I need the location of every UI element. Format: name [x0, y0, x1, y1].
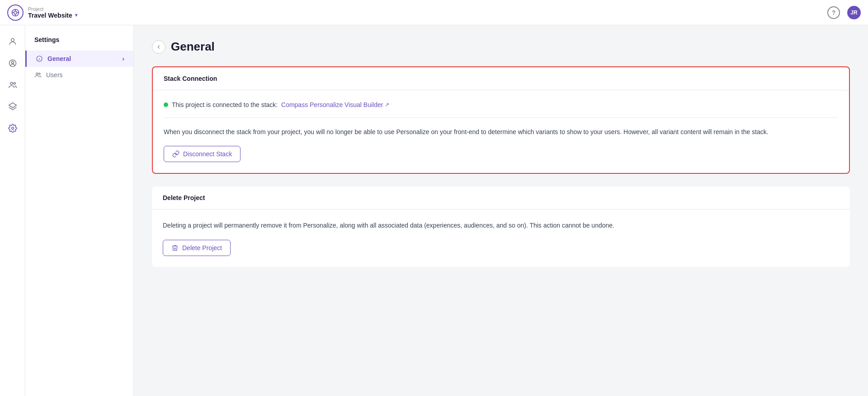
chevron-right-icon: › — [122, 55, 124, 62]
nav-user-circle-icon[interactable] — [4, 54, 22, 72]
nav-person-icon[interactable] — [4, 33, 22, 51]
trash-icon — [171, 244, 179, 252]
project-name[interactable]: Travel Website ▼ — [28, 12, 79, 19]
sidebar-title: Settings — [25, 36, 133, 51]
nav-settings-icon[interactable] — [4, 119, 22, 137]
help-button[interactable]: ? — [827, 6, 840, 19]
main-content: General Stack Connection This project is… — [134, 25, 868, 396]
stack-connection-description: When you disconnect the stack from your … — [164, 127, 838, 137]
delete-project-title: Delete Project — [163, 194, 205, 201]
topbar-left: Project Travel Website ▼ — [7, 5, 79, 21]
page-header: General — [152, 40, 850, 54]
project-dropdown-icon: ▼ — [74, 13, 79, 18]
svg-point-8 — [11, 61, 14, 64]
icon-nav — [0, 25, 25, 396]
stack-connection-header: Stack Connection — [153, 67, 849, 90]
sidebar-item-users[interactable]: Users — [25, 67, 133, 83]
stack-connection-section: Stack Connection This project is connect… — [152, 66, 850, 174]
topbar-right: ? JR — [827, 6, 861, 19]
chevron-left-icon — [156, 44, 162, 50]
svg-marker-11 — [9, 103, 16, 108]
sidebar: Settings General › Users — [25, 25, 134, 396]
external-link-icon: ↗ — [385, 102, 389, 108]
delete-project-body: Deleting a project will permanently remo… — [152, 210, 850, 266]
disconnect-stack-button[interactable]: Disconnect Stack — [164, 146, 241, 162]
connection-text: This project is connected to the stack: … — [172, 101, 389, 108]
svg-point-6 — [11, 38, 14, 42]
topbar: Project Travel Website ▼ ? JR — [0, 0, 868, 25]
stack-connection-title: Stack Connection — [164, 75, 217, 82]
delete-project-section: Delete Project Deleting a project will p… — [152, 186, 850, 266]
disconnect-icon — [172, 150, 179, 158]
svg-point-16 — [36, 73, 38, 75]
svg-point-9 — [10, 82, 13, 84]
avatar[interactable]: JR — [847, 6, 861, 19]
users-icon — [34, 71, 42, 79]
project-info: Project Travel Website ▼ — [28, 6, 79, 19]
info-icon — [36, 55, 43, 62]
delete-project-description: Deleting a project will permanently remo… — [163, 220, 839, 230]
page-title: General — [171, 40, 215, 54]
connection-status: This project is connected to the stack: … — [164, 101, 838, 118]
svg-point-10 — [14, 83, 15, 84]
nav-users-icon[interactable] — [4, 76, 22, 94]
stack-link[interactable]: Compass Personalize Visual Builder ↗ — [281, 101, 389, 108]
status-dot — [164, 102, 168, 107]
delete-project-button[interactable]: Delete Project — [163, 240, 231, 256]
project-label: Project — [28, 6, 79, 12]
svg-point-7 — [9, 60, 16, 67]
app-logo[interactable] — [7, 5, 24, 21]
svg-point-12 — [11, 127, 14, 130]
nav-layers-icon[interactable] — [4, 98, 22, 116]
stack-connection-body: This project is connected to the stack: … — [153, 90, 849, 173]
svg-point-1 — [14, 11, 17, 14]
back-button[interactable] — [152, 40, 165, 54]
delete-project-header: Delete Project — [152, 186, 850, 210]
svg-point-17 — [39, 73, 40, 75]
sidebar-item-general[interactable]: General › — [25, 51, 133, 67]
